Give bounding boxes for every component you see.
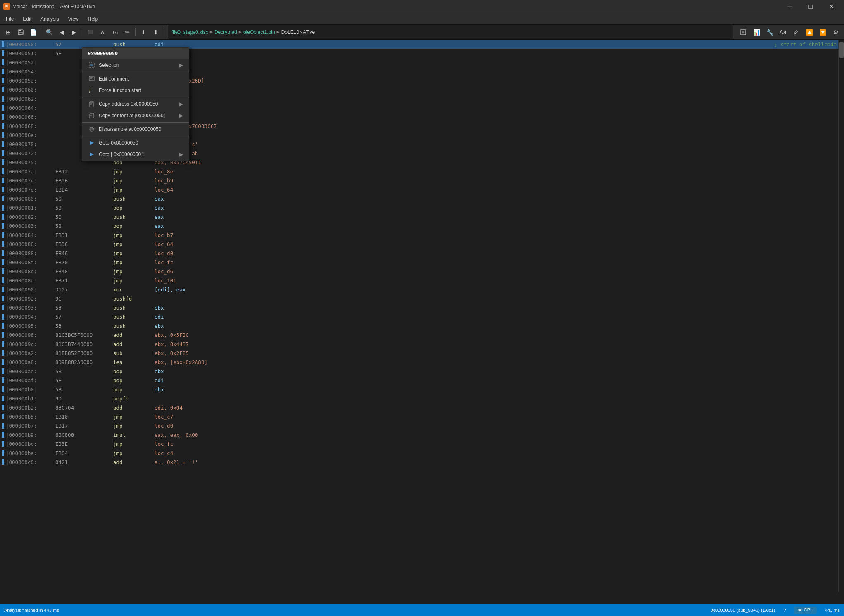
row-address: |000000be: bbox=[6, 450, 55, 456]
row-address: |00000093: bbox=[6, 305, 55, 311]
svg-text:f(x): f(x) bbox=[112, 31, 118, 35]
toolbar-btn-edit[interactable]: ✏ bbox=[121, 26, 133, 38]
row-operands: loc_64 bbox=[155, 241, 837, 247]
disasm-row[interactable]: |0000007e:EBE4jmploc_64 bbox=[0, 185, 838, 194]
row-marker bbox=[2, 341, 4, 347]
context-menu-item[interactable]: Edit comment bbox=[82, 73, 189, 85]
disasm-row[interactable]: |000000b9:6BC000imuleax, eax, 0x00 bbox=[0, 430, 838, 439]
context-menu-item-icon bbox=[88, 139, 95, 147]
disasm-row[interactable]: |000000ae:5Bpopebx bbox=[0, 367, 838, 376]
toolbar-row: ⊞ 📄 🔍 ◀ ▶ ⬛ A f(x) ✏ ⬆ ⬇ file0_stage0 bbox=[0, 25, 844, 40]
disasm-row[interactable]: |00000081:58popeax bbox=[0, 203, 838, 212]
breadcrumb-decrypted[interactable]: Decrypted bbox=[214, 29, 237, 35]
toolbar-btn-search[interactable]: 🔍 bbox=[43, 26, 55, 38]
disasm-row[interactable]: |00000094:57pushedi bbox=[0, 312, 838, 321]
menu-analysis[interactable]: Analysis bbox=[36, 14, 63, 24]
context-menu-item[interactable]: ƒForce function start bbox=[82, 85, 189, 96]
close-button[interactable]: ✕ bbox=[822, 0, 841, 13]
toolbar-btn-icon7[interactable]: 🔽 bbox=[817, 26, 828, 38]
disasm-row[interactable]: |0000008c:EB48jmploc_d6 bbox=[0, 267, 838, 276]
row-marker bbox=[2, 368, 4, 374]
disasm-row[interactable]: |00000092:9Cpushfd bbox=[0, 294, 838, 303]
disasm-row[interactable]: |00000096:81C3BC5F0000addebx, 0x5FBC bbox=[0, 330, 838, 339]
disasm-row[interactable]: |0000007c:EB3Bjmploc_b9 bbox=[0, 176, 838, 185]
row-marker bbox=[2, 414, 4, 419]
toolbar-btn-prev[interactable]: ◀ bbox=[56, 26, 67, 38]
disasm-row[interactable]: |00000083:58popeax bbox=[0, 221, 838, 230]
disasm-row[interactable]: |000000af:5Fpopedi bbox=[0, 376, 838, 385]
row-comment: ; start of shellcode bbox=[774, 41, 837, 47]
minimize-button[interactable]: ─ bbox=[780, 0, 799, 13]
disasm-row[interactable]: |00000093:53pushebx bbox=[0, 303, 838, 312]
toolbar-btn-grid[interactable]: ⊞ bbox=[2, 26, 14, 38]
toolbar-btn-icon1[interactable]: ⊞ bbox=[737, 26, 749, 38]
scrollbar-thumb[interactable] bbox=[839, 42, 844, 58]
row-marker bbox=[2, 405, 4, 410]
toolbar-btn-down[interactable]: ⬇ bbox=[150, 26, 162, 38]
disasm-row[interactable]: |0000008a:EB70jmploc_fc bbox=[0, 258, 838, 267]
disasm-row[interactable]: |000000a8:8D9B802A0000leaebx, [ebx+0x2A8… bbox=[0, 358, 838, 367]
disasm-row[interactable]: |000000b5:EB10jmploc_c7 bbox=[0, 412, 838, 421]
svg-text:⊞: ⊞ bbox=[742, 31, 744, 34]
disasm-row[interactable]: |00000086:EBDCjmploc_64 bbox=[0, 239, 838, 249]
row-marker bbox=[2, 141, 4, 147]
disasm-row[interactable]: |00000082:50pusheax bbox=[0, 212, 838, 221]
status-cpu[interactable]: no CPU bbox=[797, 607, 813, 612]
disasm-row[interactable]: |000000b0:5Bpopebx bbox=[0, 385, 838, 394]
row-mnemonic: jmp bbox=[113, 178, 155, 184]
menu-help[interactable]: Help bbox=[84, 14, 102, 24]
row-operands: loc_64 bbox=[155, 187, 837, 193]
disasm-row[interactable]: |0000007a:EB12jmploc_8e bbox=[0, 167, 838, 176]
row-address: |00000068: bbox=[6, 123, 55, 129]
toolbar-btn-icon8[interactable]: ⚙ bbox=[830, 26, 842, 38]
context-menu-item[interactable]: Copy address 0x00000050▶ bbox=[82, 98, 189, 110]
status-question[interactable]: ? bbox=[783, 608, 786, 613]
breadcrumb-oleobject[interactable]: oleObject1.bin bbox=[243, 29, 275, 35]
toolbar-btn-next[interactable]: ▶ bbox=[68, 26, 80, 38]
row-operands: ebx bbox=[155, 305, 837, 311]
toolbar-btn-icon6[interactable]: 🔼 bbox=[804, 26, 815, 38]
context-menu-item[interactable]: Selection▶ bbox=[82, 59, 189, 71]
disasm-row[interactable]: |00000088:EB46jmploc_d0 bbox=[0, 249, 838, 258]
context-menu-item[interactable]: Goto 0x00000050 bbox=[82, 137, 189, 149]
disasm-row[interactable]: |00000095:53pushebx bbox=[0, 321, 838, 330]
disasm-row[interactable]: |000000b7:EB17jmploc_d0 bbox=[0, 421, 838, 430]
context-menu-item[interactable]: Disassemble at 0x00000050 bbox=[82, 123, 189, 135]
context-menu-item[interactable]: Goto [ 0x00000050 ]▶ bbox=[82, 149, 189, 160]
menu-edit[interactable]: Edit bbox=[19, 14, 36, 24]
toolbar-btn-up[interactable]: ⬆ bbox=[138, 26, 149, 38]
disasm-row[interactable]: |0000008e:EB71jmploc_101 bbox=[0, 276, 838, 285]
disasm-row[interactable]: |000000a2:81EB852F0000subebx, 0x2F85 bbox=[0, 348, 838, 358]
breadcrumb-file[interactable]: file0_stage0.xlsx bbox=[171, 29, 208, 35]
breadcrumb-container: file0_stage0.xlsx ▶ Decrypted ▶ oleObjec… bbox=[168, 25, 733, 39]
toolbar-btn-disasm[interactable]: f(x) bbox=[109, 26, 121, 38]
disasm-row[interactable]: |000000be:EB04jmploc_c4 bbox=[0, 448, 838, 457]
disasm-row[interactable]: |000000b2:83C704addedi, 0x04 bbox=[0, 403, 838, 412]
context-menu-separator bbox=[82, 97, 189, 97]
row-bytes: 5B bbox=[55, 368, 113, 374]
disasm-row[interactable]: |0000009c:81C3B7440000addebx, 0x44B7 bbox=[0, 339, 838, 348]
toolbar-btn-icon3[interactable]: 🔧 bbox=[764, 26, 775, 38]
disasm-row[interactable]: |000000c0:0421addal, 0x21 = '!' bbox=[0, 457, 838, 467]
row-address: |0000006e: bbox=[6, 132, 55, 138]
toolbar-btn-icon2[interactable]: 📊 bbox=[751, 26, 762, 38]
toolbar-btn-icon5[interactable]: 🖊 bbox=[790, 26, 802, 38]
scrollbar[interactable] bbox=[838, 40, 844, 592]
toolbar-btn-icon4[interactable]: Aa bbox=[777, 26, 789, 38]
toolbar-btn-hex[interactable]: ⬛ bbox=[84, 26, 96, 38]
disasm-row[interactable]: |00000090:3107xor[edi], eax bbox=[0, 285, 838, 294]
disasm-row[interactable]: |00000084:EB31jmploc_b7 bbox=[0, 230, 838, 239]
maximize-button[interactable]: □ bbox=[801, 0, 820, 13]
context-menu-item[interactable]: Copy content at [0x00000050]▶ bbox=[82, 110, 189, 121]
disasm-row[interactable]: |00000080:50pusheax bbox=[0, 194, 838, 203]
disasm-row[interactable]: |000000bc:EB3Ejmploc_fc bbox=[0, 439, 838, 448]
toolbar-btn-strings[interactable]: A bbox=[97, 26, 108, 38]
toolbar-btn-save[interactable] bbox=[15, 26, 26, 38]
menu-view[interactable]: View bbox=[64, 14, 83, 24]
row-marker bbox=[2, 259, 4, 265]
toolbar-btn-open[interactable]: 📄 bbox=[27, 26, 39, 38]
menu-file[interactable]: File bbox=[2, 14, 18, 24]
disasm-row[interactable]: |000000b1:9Dpopfd bbox=[0, 394, 838, 403]
row-marker bbox=[2, 287, 4, 292]
row-operands: edi bbox=[155, 314, 837, 320]
